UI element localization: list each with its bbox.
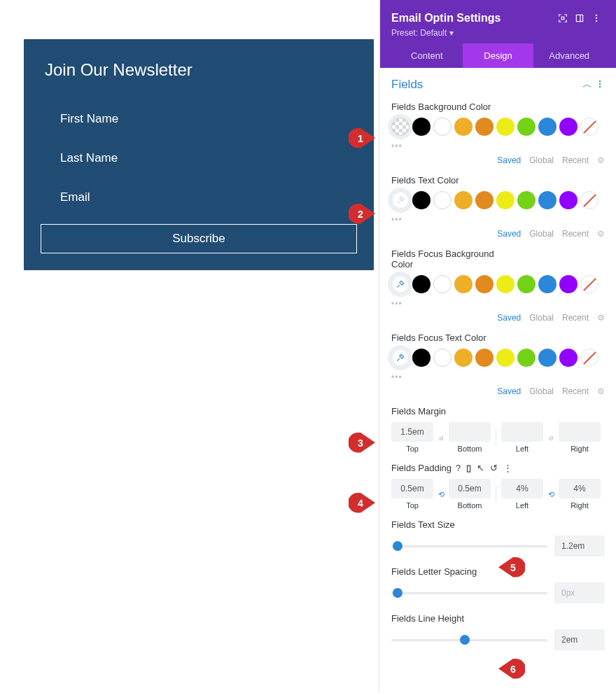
collapse-icon[interactable]: ︿	[582, 78, 592, 91]
swatch-yellow[interactable]	[496, 349, 514, 367]
more-dots-icon[interactable]: •••	[391, 299, 605, 309]
options-icon[interactable]: ⋮	[503, 463, 512, 473]
line-height-slider[interactable]	[391, 639, 547, 641]
saved-tab[interactable]: Saved	[497, 386, 521, 396]
swatch-white[interactable]	[433, 349, 451, 367]
link-tb-icon[interactable]: ⟲	[436, 490, 446, 499]
swatch-purple[interactable]	[559, 118, 578, 136]
gear-icon[interactable]: ⚙	[597, 229, 605, 239]
tab-advanced[interactable]: Advanced	[533, 43, 605, 68]
swatch-eyedropper[interactable]	[391, 349, 410, 367]
global-tab[interactable]: Global	[529, 313, 554, 323]
swatch-darkorange[interactable]	[475, 118, 493, 136]
swatch-purple[interactable]	[559, 275, 578, 293]
swatch-none[interactable]	[580, 118, 598, 136]
global-tab[interactable]: Global	[529, 386, 554, 396]
saved-tab[interactable]: Saved	[497, 155, 521, 165]
recent-tab[interactable]: Recent	[562, 155, 589, 165]
letter-spacing-value[interactable]	[554, 582, 605, 603]
swatch-green[interactable]	[517, 191, 536, 209]
swatch-green[interactable]	[517, 349, 536, 367]
gear-icon[interactable]: ⚙	[597, 313, 605, 323]
swatch-yellow[interactable]	[496, 118, 514, 136]
swatch-darkorange[interactable]	[475, 349, 493, 367]
swatch-blue[interactable]	[538, 349, 556, 367]
subscribe-button[interactable]: Subscribe	[41, 224, 357, 253]
padding-bottom-input[interactable]	[449, 479, 491, 498]
tab-design[interactable]: Design	[463, 43, 534, 68]
margin-bottom-input[interactable]	[449, 422, 491, 442]
swatch-darkorange[interactable]	[475, 191, 493, 209]
last-name-field[interactable]	[41, 139, 357, 178]
swatch-purple[interactable]	[559, 349, 578, 367]
swatch-eyedropper[interactable]	[391, 191, 410, 209]
gear-icon[interactable]: ⚙	[597, 386, 605, 396]
swatch-none[interactable]	[580, 349, 598, 367]
swatch-orange[interactable]	[454, 349, 472, 367]
text-size-value[interactable]	[554, 536, 605, 556]
padding-toolbar: ? ▯ ↖ ↺ ⋮	[456, 463, 512, 473]
more-dots-icon[interactable]: •••	[391, 141, 605, 151]
reset-icon[interactable]: ↺	[490, 463, 498, 473]
swatch-orange[interactable]	[454, 118, 472, 136]
recent-tab[interactable]: Recent	[562, 229, 589, 239]
more-dots-icon[interactable]: •••	[391, 372, 605, 382]
swatch-eyedropper[interactable]	[391, 275, 410, 293]
swatch-black[interactable]	[412, 191, 430, 209]
global-tab[interactable]: Global	[529, 155, 554, 165]
swatch-blue[interactable]	[538, 275, 556, 293]
margin-right-input[interactable]	[559, 422, 601, 442]
swatch-black[interactable]	[412, 275, 430, 293]
margin-top-input[interactable]	[391, 422, 433, 442]
more-dots-icon[interactable]: •••	[391, 215, 605, 225]
swatch-black[interactable]	[412, 118, 430, 136]
help-icon[interactable]: ?	[456, 463, 461, 473]
swatch-orange[interactable]	[454, 191, 472, 209]
swatch-white[interactable]	[433, 118, 451, 136]
letter-spacing-slider[interactable]	[391, 592, 547, 594]
link-lr-icon[interactable]: ⟲	[546, 490, 556, 499]
email-field[interactable]	[41, 178, 357, 217]
global-tab[interactable]: Global	[529, 229, 554, 239]
cursor-icon[interactable]: ↖	[477, 463, 484, 473]
link-tb-icon[interactable]: ⌀	[436, 433, 446, 442]
recent-tab[interactable]: Recent	[562, 313, 589, 323]
swatch-white[interactable]	[433, 191, 451, 209]
tab-content[interactable]: Content	[391, 43, 463, 68]
focus-icon[interactable]	[554, 10, 571, 27]
swatch-purple[interactable]	[559, 191, 578, 209]
section-title[interactable]: Fields	[391, 78, 580, 92]
first-name-field[interactable]	[41, 99, 357, 139]
swatch-yellow[interactable]	[496, 275, 514, 293]
link-lr-icon[interactable]: ⌀	[546, 433, 556, 442]
text-size-slider[interactable]	[391, 545, 547, 547]
section-options-icon[interactable]	[595, 79, 605, 91]
columns-icon[interactable]	[571, 10, 588, 27]
swatch-green[interactable]	[517, 275, 536, 293]
saved-tab[interactable]: Saved	[497, 229, 521, 239]
preset-dropdown[interactable]: Preset: Default ▾	[391, 28, 605, 38]
swatch-none[interactable]	[580, 275, 598, 293]
swatch-darkorange[interactable]	[475, 275, 493, 293]
svg-point-8	[599, 85, 601, 87]
saved-tab[interactable]: Saved	[497, 313, 521, 323]
padding-top-input[interactable]	[391, 479, 433, 498]
line-height-value[interactable]	[554, 629, 605, 650]
swatch-none[interactable]	[580, 191, 598, 209]
margin-left-input[interactable]	[501, 422, 543, 442]
panel-header: Email Optin Settings Preset: Default ▾ C…	[380, 0, 616, 68]
gear-icon[interactable]: ⚙	[597, 155, 605, 165]
recent-tab[interactable]: Recent	[562, 386, 589, 396]
swatch-black[interactable]	[412, 349, 430, 367]
swatch-orange[interactable]	[454, 275, 472, 293]
swatch-yellow[interactable]	[496, 191, 514, 209]
swatch-blue[interactable]	[538, 118, 556, 136]
swatch-white[interactable]	[433, 275, 451, 293]
swatch-blue[interactable]	[538, 191, 556, 209]
swatch-transparent[interactable]	[391, 118, 410, 136]
padding-right-input[interactable]	[559, 479, 601, 498]
more-icon[interactable]	[588, 10, 605, 27]
swatch-green[interactable]	[517, 118, 536, 136]
padding-left-input[interactable]	[501, 479, 543, 498]
mobile-icon[interactable]: ▯	[466, 463, 471, 473]
